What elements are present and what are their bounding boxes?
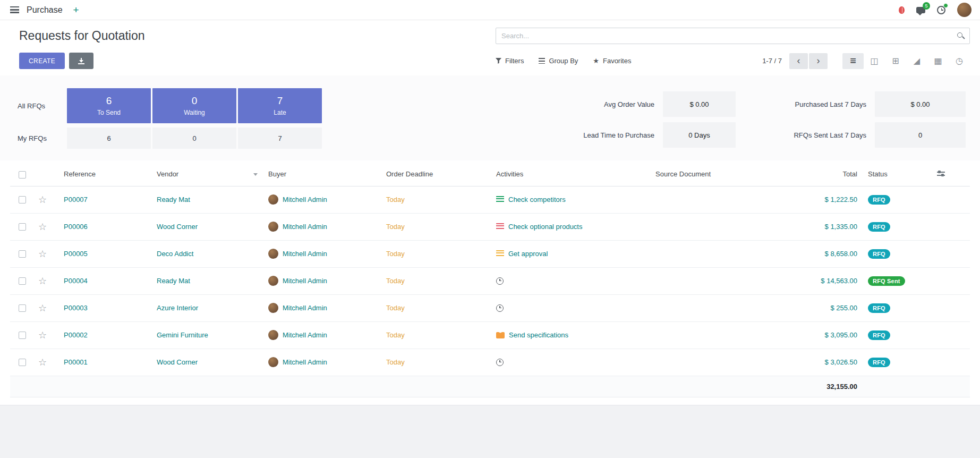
group-by-icon — [539, 58, 545, 64]
favorite-star-icon[interactable] — [38, 332, 47, 340]
kpi-waiting[interactable]: 0 Waiting — [152, 88, 236, 123]
row-checkbox[interactable] — [19, 359, 26, 366]
my-late[interactable]: 7 — [238, 128, 322, 149]
dashboard-view-icon[interactable] — [949, 53, 970, 69]
header-buyer[interactable]: Buyer — [264, 163, 382, 186]
create-button[interactable]: CREATE — [19, 53, 65, 69]
header-order-deadline[interactable]: Order Deadline — [382, 163, 492, 186]
header-source-document[interactable]: Source Document — [651, 163, 779, 186]
buyer-link[interactable]: Mitchell Admin — [283, 223, 327, 231]
row-checkbox[interactable] — [19, 250, 26, 258]
vendor-link[interactable]: Ready Mat — [157, 277, 190, 285]
reference-link[interactable]: P00004 — [64, 277, 88, 285]
buyer-link[interactable]: Mitchell Admin — [283, 277, 327, 285]
lead-time-to-purchase[interactable]: 0 Days — [663, 122, 736, 148]
row-checkbox[interactable] — [19, 304, 26, 312]
app-name[interactable]: Purchase — [27, 5, 63, 15]
my-to-send[interactable]: 6 — [67, 128, 151, 149]
vendor-link[interactable]: Deco Addict — [157, 250, 193, 258]
plus-icon[interactable] — [73, 5, 79, 15]
favorite-star-icon[interactable] — [38, 305, 47, 313]
messages-tray[interactable]: 5 — [916, 7, 925, 13]
vendor-link[interactable]: Azure Interior — [157, 304, 198, 312]
row-total: $ 3,095.00 — [825, 331, 857, 339]
activity-label[interactable]: Check competitors — [508, 196, 566, 203]
row-checkbox[interactable] — [19, 223, 26, 231]
table-row[interactable]: P00005 Deco Addict Mitchell Admin Today … — [10, 240, 970, 267]
buyer-link[interactable]: Mitchell Admin — [283, 358, 327, 366]
table-row[interactable]: P00002 Gemini Furniture Mitchell Admin T… — [10, 321, 970, 349]
activity-label[interactable]: Send specifications — [509, 331, 568, 339]
export-button[interactable] — [69, 53, 93, 69]
reference-link[interactable]: P00005 — [64, 250, 88, 258]
activity-list-icon[interactable] — [496, 196, 504, 203]
reference-link[interactable]: P00006 — [64, 223, 88, 231]
reference-link[interactable]: P00003 — [64, 304, 88, 312]
activity-label[interactable]: Get approval — [508, 250, 548, 258]
pivot-view-icon[interactable] — [885, 53, 906, 69]
vendor-link[interactable]: Ready Mat — [157, 196, 190, 203]
activity-list-icon[interactable] — [496, 250, 504, 257]
favorites-button[interactable]: Favorites — [593, 57, 631, 65]
activity-clock-icon[interactable] — [496, 277, 504, 285]
activity-clock-icon[interactable] — [496, 359, 504, 366]
buyer-link[interactable]: Mitchell Admin — [283, 250, 327, 258]
reference-link[interactable]: P00001 — [64, 358, 88, 366]
vendor-link[interactable]: Gemini Furniture — [157, 331, 208, 339]
my-waiting[interactable]: 0 — [152, 128, 236, 149]
vendor-link[interactable]: Wood Corner — [157, 358, 198, 366]
header-total[interactable]: Total — [779, 163, 864, 186]
kanban-view-icon[interactable] — [864, 53, 885, 69]
table-row[interactable]: P00003 Azure Interior Mitchell Admin Tod… — [10, 294, 970, 321]
header-reference[interactable]: Reference — [59, 163, 152, 186]
reference-link[interactable]: P00007 — [64, 196, 88, 203]
calendar-view-icon[interactable] — [927, 53, 949, 69]
pager-next-button[interactable] — [809, 53, 828, 69]
row-total: $ 1,222.50 — [825, 196, 857, 203]
avg-order-value[interactable]: $ 0.00 — [663, 91, 736, 117]
activity-envelope-icon[interactable] — [496, 332, 505, 338]
select-all-checkbox[interactable] — [19, 171, 26, 179]
favorite-star-icon[interactable] — [38, 197, 47, 205]
buyer-link[interactable]: Mitchell Admin — [283, 331, 327, 339]
row-checkbox[interactable] — [19, 332, 26, 339]
group-by-button[interactable]: Group By — [539, 57, 578, 65]
debug-bug-icon[interactable] — [899, 6, 905, 14]
graph-view-icon[interactable] — [906, 53, 927, 69]
hamburger-menu-icon[interactable] — [10, 6, 19, 13]
search-input[interactable] — [496, 28, 970, 44]
favorite-star-icon[interactable] — [38, 359, 47, 367]
list-view-icon[interactable] — [842, 53, 864, 69]
row-checkbox[interactable] — [19, 277, 26, 285]
activities-tray[interactable] — [937, 6, 945, 14]
favorite-star-icon[interactable] — [38, 278, 47, 286]
kpi-late[interactable]: 7 Late — [238, 88, 322, 123]
activity-list-icon[interactable] — [496, 223, 504, 230]
vendor-link[interactable]: Wood Corner — [157, 223, 198, 231]
favorite-star-icon[interactable] — [38, 224, 47, 232]
reference-link[interactable]: P00002 — [64, 331, 88, 339]
table-row[interactable]: P00004 Ready Mat Mitchell Admin Today $ … — [10, 267, 970, 294]
activity-label[interactable]: Check optional products — [508, 223, 582, 231]
page-background — [0, 405, 980, 458]
header-vendor[interactable]: Vendor — [152, 163, 264, 186]
filters-button[interactable]: Filters — [496, 57, 524, 65]
table-row[interactable]: P00001 Wood Corner Mitchell Admin Today … — [10, 349, 970, 376]
purchased-last-7-days[interactable]: $ 0.00 — [875, 91, 966, 117]
kpi-to-send[interactable]: 6 To Send — [67, 88, 151, 123]
user-avatar[interactable] — [957, 3, 972, 17]
order-deadline: Today — [386, 277, 405, 285]
header-status[interactable]: Status — [864, 163, 933, 186]
pager-previous-button[interactable] — [789, 53, 808, 69]
optional-columns-icon[interactable] — [937, 170, 945, 176]
search-icon[interactable] — [957, 32, 965, 40]
header-activities[interactable]: Activities — [492, 163, 651, 186]
row-checkbox[interactable] — [19, 196, 26, 203]
table-row[interactable]: P00006 Wood Corner Mitchell Admin Today … — [10, 213, 970, 240]
buyer-link[interactable]: Mitchell Admin — [283, 304, 327, 312]
activity-clock-icon[interactable] — [496, 304, 504, 312]
rfqs-sent-last-7-days[interactable]: 0 — [875, 122, 966, 148]
favorite-star-icon[interactable] — [38, 251, 47, 259]
buyer-link[interactable]: Mitchell Admin — [283, 196, 327, 203]
table-row[interactable]: P00007 Ready Mat Mitchell Admin Today Ch… — [10, 186, 970, 213]
